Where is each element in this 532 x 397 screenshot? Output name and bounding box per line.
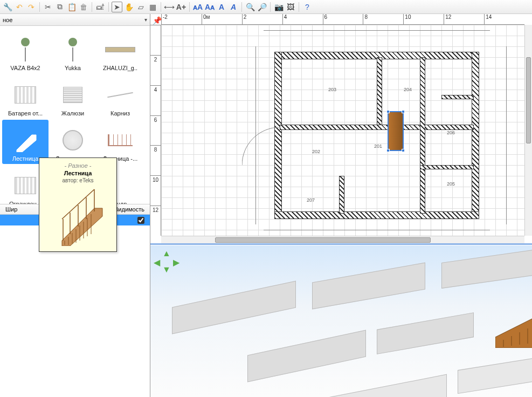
delete-icon[interactable]: 🗑 — [78, 2, 89, 12]
view-3d[interactable]: ▲ ▼ ◀ ▶ — [150, 245, 532, 397]
walls-3d — [150, 262, 532, 397]
catalog-item-label: ZHALUZI_g.. — [103, 65, 137, 71]
svg-marker-1 — [495, 305, 532, 348]
visibility-checkbox[interactable] — [137, 217, 144, 224]
paste-icon[interactable]: 📋 — [66, 2, 77, 12]
tooltip-category: - Разное - — [44, 162, 112, 169]
ruler-horizontal: -20м2468101214 — [161, 14, 524, 25]
create-room-icon[interactable]: ▦ — [147, 2, 158, 12]
copy-icon[interactable]: ⧉ — [54, 2, 65, 12]
svg-marker-0 — [17, 135, 36, 152]
zoom-out-icon[interactable]: 🔍 — [245, 2, 255, 12]
room-label: 204 — [404, 87, 412, 92]
zoom-in-icon[interactable]: 🔎 — [257, 2, 267, 12]
camera-icon[interactable]: 📷 — [273, 2, 284, 12]
create-wall-icon[interactable]: ▱ — [135, 2, 146, 12]
category-selector[interactable]: ное ▾ — [0, 14, 150, 26]
add-furniture-icon[interactable]: 🛋 — [95, 2, 106, 12]
undo-icon[interactable]: ↶ — [14, 2, 25, 12]
add-text-icon[interactable]: A+ — [176, 2, 186, 12]
pan-tool-icon[interactable]: ✋ — [123, 2, 134, 12]
catalog-item[interactable]: Жалюзи — [50, 74, 96, 119]
room-label: 203 — [328, 87, 336, 92]
catalog-item[interactable]: Yukka — [50, 29, 96, 73]
room-label: 207 — [307, 197, 315, 203]
catalog-item[interactable]: Карниз — [97, 74, 143, 119]
stairs-3d — [495, 299, 532, 343]
catalog-item-label: Лестница — [12, 155, 39, 162]
col-width: Шир — [5, 206, 17, 213]
room-label: 206 — [447, 130, 455, 135]
catalog-item-label: Жалюзи — [61, 110, 84, 117]
floorplan: 203 204 202 201 207 205 206 — [258, 41, 495, 224]
cut-icon[interactable]: ✂ — [43, 2, 53, 12]
help-icon[interactable]: ? — [302, 2, 313, 12]
text-italic-icon[interactable]: A — [228, 2, 239, 12]
catalog-item[interactable]: ZHALUZI_g.. — [97, 29, 143, 73]
text-bold-icon[interactable]: A — [216, 2, 227, 12]
room-label: 202 — [312, 149, 320, 154]
catalog-item-label: Карниз — [110, 110, 130, 117]
scrollbar-horizontal[interactable] — [161, 236, 524, 243]
catalog-item[interactable]: Батарея от... — [2, 74, 49, 119]
chevron-down-icon[interactable]: ▾ — [144, 17, 147, 23]
select-tool-icon[interactable]: ➤ — [112, 2, 122, 12]
catalog-item-label: Yukka — [65, 65, 81, 71]
tooltip-name: Лестница — [44, 170, 112, 176]
col-visibility: Видимость — [114, 206, 144, 213]
tooltip-author: автор: eTeks — [44, 177, 112, 183]
ruler-vertical: 24681012 — [150, 25, 161, 236]
catalog-item-label: VAZA B4x2 — [10, 65, 40, 71]
text-spacing-icon[interactable]: Aᴀ — [204, 2, 215, 12]
wrench-icon[interactable]: 🔧 — [2, 2, 13, 12]
category-label: ное — [3, 17, 12, 23]
plan-view[interactable]: 📌 -20м2468101214 24681012 — [150, 14, 532, 245]
scrollbar-vertical[interactable] — [524, 25, 532, 236]
create-dim-icon[interactable]: ⟷ — [164, 2, 175, 12]
pin-icon[interactable]: 📌 — [153, 16, 162, 25]
furniture-tooltip: - Разное - Лестница автор: eTeks — [39, 158, 117, 252]
selected-stairs-plan[interactable] — [388, 111, 404, 151]
tooltip-preview-icon — [51, 187, 105, 246]
plan-canvas[interactable]: 203 204 202 201 207 205 206 — [161, 25, 524, 236]
photo-icon[interactable]: 🖼 — [285, 2, 296, 12]
room-label: 201 — [374, 143, 382, 149]
right-panel: 📌 -20м2468101214 24681012 — [150, 14, 532, 397]
main-toolbar: 🔧 ↶ ↷ ✂ ⧉ 📋 🗑 🛋 ➤ ✋ ▱ ▦ ⟷ A+ ᴀA Aᴀ A A 🔍… — [0, 0, 532, 14]
room-label: 205 — [447, 181, 455, 187]
catalog-item-label: Батарея от... — [8, 110, 43, 117]
redo-icon[interactable]: ↷ — [26, 2, 37, 12]
text-size-icon[interactable]: ᴀA — [192, 2, 203, 12]
catalog-item[interactable]: VAZA B4x2 — [2, 29, 49, 73]
